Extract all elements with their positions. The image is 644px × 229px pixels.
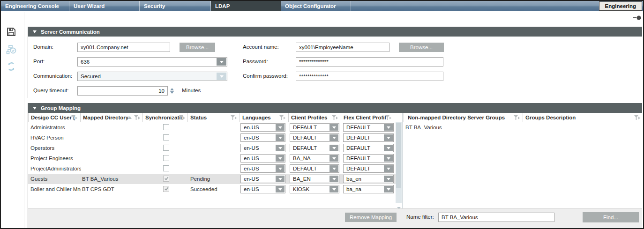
- synchronization-checkbox[interactable]: [163, 176, 169, 182]
- table-row[interactable]: ProjectAdministrators en-US DEFAULT DEFA…: [28, 163, 402, 174]
- dropdown-arrow-icon[interactable]: [329, 176, 338, 182]
- dropdown-arrow-icon[interactable]: [384, 134, 393, 141]
- server-communication-header[interactable]: Server Communication: [28, 27, 642, 37]
- filter-icon[interactable]: [332, 115, 338, 120]
- domain-browse-button[interactable]: Browse...: [180, 43, 215, 52]
- tab-engineering-console[interactable]: Engineering Console: [1, 1, 69, 11]
- dropdown-arrow-icon[interactable]: [329, 124, 338, 131]
- filter-icon[interactable]: [71, 115, 77, 120]
- pushpin-icon[interactable]: [633, 15, 642, 20]
- tab-ldap[interactable]: LDAP: [211, 1, 281, 11]
- dropdown-arrow-icon[interactable]: [329, 145, 338, 151]
- validate-mapping-icon[interactable]: [6, 44, 16, 55]
- dropdown-arrow-icon[interactable]: [276, 145, 285, 151]
- group-mapping-header[interactable]: Group Mapping: [28, 103, 642, 113]
- table-row[interactable]: Project Engineers en-US BA_NA DEFAULT: [28, 153, 402, 163]
- synchronization-checkbox[interactable]: [163, 134, 169, 140]
- name-filter-input[interactable]: BT BA_Various: [438, 213, 554, 222]
- engineering-mode-button[interactable]: Engineering: [599, 1, 642, 11]
- password-input[interactable]: **************: [296, 57, 443, 66]
- filter-icon[interactable]: [231, 115, 237, 120]
- flex-client-profile-combo[interactable]: DEFAULT: [343, 154, 394, 163]
- dropdown-arrow-icon[interactable]: [276, 134, 285, 141]
- language-combo[interactable]: en-US: [240, 164, 285, 173]
- dropdown-arrow-icon[interactable]: [384, 145, 393, 151]
- client-profile-combo[interactable]: BA_EN: [290, 175, 339, 183]
- non-mapped-group-row[interactable]: BT BA_Various: [405, 122, 442, 133]
- client-profile-combo[interactable]: DEFAULT: [290, 144, 339, 152]
- client-profile-combo[interactable]: BA_NA: [290, 154, 339, 163]
- synchronization-checkbox[interactable]: [163, 165, 169, 171]
- table-row[interactable]: HVAC Person en-US DEFAULT DEFAULT: [28, 133, 402, 143]
- domain-input[interactable]: xy001.Company.net: [77, 43, 170, 52]
- dropdown-arrow-icon[interactable]: [329, 165, 338, 172]
- dropdown-arrow-icon[interactable]: [384, 186, 393, 192]
- table-row-selected[interactable]: Guests BT BA_Various Pending en-US BA_EN…: [28, 174, 402, 184]
- client-profile-combo[interactable]: KIOSK: [290, 185, 339, 193]
- spinner-up-icon[interactable]: [170, 88, 174, 90]
- table-row[interactable]: Boiler and Chiller Mng BT CPS GDT Succee…: [28, 184, 402, 194]
- filter-icon[interactable]: [179, 115, 185, 120]
- client-profile-combo[interactable]: DEFAULT: [290, 133, 339, 142]
- tab-user-wizard[interactable]: User Wizard: [69, 1, 140, 11]
- col-non-mapped-groups[interactable]: Non-mapped Directory Server Groups: [404, 113, 523, 122]
- communication-combo[interactable]: Secured: [77, 72, 227, 81]
- synchronization-checkbox[interactable]: [163, 145, 169, 151]
- flex-client-profile-combo[interactable]: DEFAULT: [343, 144, 394, 152]
- dropdown-arrow-icon[interactable]: [329, 186, 338, 192]
- language-combo[interactable]: en-US: [240, 185, 285, 193]
- spinner-down-icon[interactable]: [170, 91, 174, 94]
- dropdown-arrow-icon[interactable]: [276, 186, 285, 192]
- port-combo[interactable]: 636: [77, 57, 227, 66]
- flex-client-profile-combo[interactable]: DEFAULT: [343, 164, 394, 173]
- language-combo[interactable]: en-US: [240, 133, 285, 142]
- dropdown-arrow-icon[interactable]: [217, 58, 226, 66]
- flex-client-profile-combo[interactable]: ba_na: [343, 185, 394, 193]
- client-profile-combo[interactable]: DEFAULT: [290, 164, 339, 173]
- language-combo[interactable]: en-US: [240, 154, 285, 163]
- synchronization-checkbox[interactable]: [163, 186, 169, 192]
- tab-object-configurator[interactable]: Object Configurator: [281, 1, 351, 11]
- language-combo[interactable]: en-US: [240, 144, 285, 152]
- refresh-icon[interactable]: [6, 61, 16, 72]
- dropdown-arrow-icon[interactable]: [276, 176, 285, 182]
- dropdown-arrow-icon[interactable]: [276, 155, 285, 162]
- tab-security[interactable]: Security: [140, 1, 211, 11]
- remove-mapping-button[interactable]: Remove Mapping: [345, 213, 397, 222]
- client-profile-combo[interactable]: DEFAULT: [290, 123, 339, 132]
- col-groups-description[interactable]: Groups Description: [523, 113, 643, 122]
- vertical-scrollbar[interactable]: [396, 122, 402, 203]
- dropdown-arrow-icon[interactable]: [329, 155, 338, 162]
- dropdown-arrow-icon[interactable]: [276, 165, 285, 172]
- filter-icon[interactable]: [514, 115, 520, 120]
- dropdown-arrow-icon[interactable]: [384, 176, 393, 182]
- confirm-password-input[interactable]: **************: [296, 72, 443, 81]
- account-browse-button[interactable]: Browse...: [399, 43, 444, 52]
- dropdown-arrow-icon[interactable]: [384, 124, 393, 131]
- flex-client-profile-combo[interactable]: ba_en: [343, 175, 394, 183]
- dropdown-arrow-icon[interactable]: [384, 155, 393, 162]
- filter-icon[interactable]: [385, 115, 391, 120]
- scrollbar-thumb[interactable]: [396, 123, 401, 188]
- find-button[interactable]: Find...: [583, 212, 639, 222]
- col-mapped-directory[interactable]: Mapped Directory: [80, 113, 142, 122]
- language-combo[interactable]: en-US: [240, 123, 285, 132]
- dropdown-arrow-icon: [217, 73, 226, 80]
- filter-icon[interactable]: [134, 115, 140, 120]
- flex-client-profile-combo[interactable]: DEFAULT: [343, 133, 394, 142]
- dropdown-arrow-icon[interactable]: [384, 165, 393, 172]
- dropdown-arrow-icon[interactable]: [329, 134, 338, 141]
- table-row[interactable]: Administrators en-US DEFAULT DEFAULT: [28, 122, 402, 133]
- save-icon[interactable]: [6, 27, 16, 37]
- flex-client-profile-combo[interactable]: DEFAULT: [343, 123, 394, 132]
- language-combo[interactable]: en-US: [240, 175, 285, 183]
- synchronization-checkbox[interactable]: [163, 155, 169, 161]
- filter-icon[interactable]: [634, 115, 640, 120]
- synchronization-checkbox[interactable]: [163, 124, 169, 130]
- account-name-input[interactable]: xy001\EmployeeName: [296, 43, 389, 52]
- dropdown-arrow-icon[interactable]: [276, 124, 285, 131]
- query-timeout-stepper[interactable]: [168, 86, 175, 96]
- table-row[interactable]: Operators en-US DEFAULT DEFAULT: [28, 143, 402, 153]
- query-timeout-input[interactable]: 10: [77, 86, 168, 96]
- filter-icon[interactable]: [279, 115, 285, 120]
